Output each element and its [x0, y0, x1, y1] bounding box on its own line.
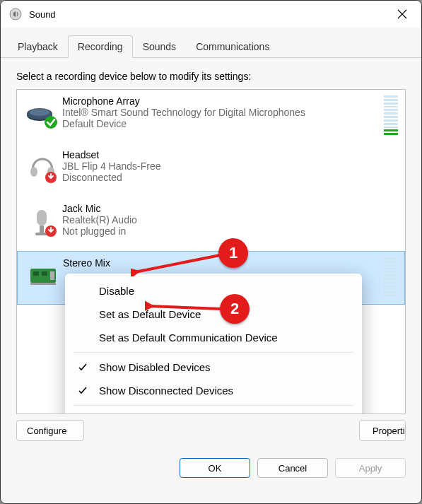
device-sub: JBL Flip 4 Hands-Free — [62, 160, 398, 172]
svg-point-5 — [30, 167, 37, 177]
svg-rect-16 — [30, 283, 56, 285]
annotation-arrow-2 — [145, 300, 224, 315]
device-item-microphone-array[interactable]: Microphone Array Intel® Smart Sound Tech… — [17, 90, 405, 143]
cm-properties[interactable]: Properties — [65, 409, 362, 414]
svg-rect-8 — [37, 210, 47, 225]
device-item-jack-mic[interactable]: Jack Mic Realtek(R) Audio Not plugged in — [17, 197, 405, 251]
soundcard-icon — [23, 257, 63, 293]
tab-sounds[interactable]: Sounds — [133, 35, 186, 58]
apply-button[interactable]: Apply — [335, 458, 406, 478]
cm-set-comm-default[interactable]: Set as Default Communication Device — [65, 326, 362, 349]
close-button[interactable] — [386, 3, 418, 25]
tab-strip: Playback Recording Sounds Communications — [1, 28, 421, 58]
device-sub: Intel® Smart Sound Technology for Digita… — [62, 107, 380, 118]
svg-line-17 — [135, 255, 220, 272]
svg-rect-13 — [33, 271, 39, 276]
window-title: Sound — [29, 9, 386, 20]
cancel-button[interactable]: Cancel — [257, 458, 328, 478]
ok-button[interactable]: OK — [180, 458, 250, 478]
cm-separator — [74, 352, 353, 353]
headset-icon — [23, 149, 62, 184]
device-status: Default Device — [62, 118, 380, 129]
sound-dialog: Sound Playback Recording Sounds Communic… — [0, 0, 422, 504]
device-item-headset[interactable]: Headset JBL Flip 4 Hands-Free Disconnect… — [17, 143, 405, 197]
device-sub: Realtek(R) Audio — [62, 214, 398, 225]
tab-recording[interactable]: Recording — [68, 35, 133, 58]
level-meter — [384, 95, 398, 135]
dialog-button-row: OK Cancel Apply — [1, 450, 421, 491]
tab-playback[interactable]: Playback — [8, 35, 68, 58]
configure-button[interactable]: Configure — [16, 420, 84, 441]
svg-line-18 — [149, 306, 221, 309]
svg-point-4 — [45, 116, 57, 129]
svg-rect-9 — [40, 225, 44, 233]
device-name: Jack Mic — [62, 203, 398, 214]
sound-app-icon — [9, 8, 22, 20]
wide-mic-icon — [23, 95, 62, 131]
svg-rect-14 — [42, 271, 47, 276]
check-icon — [78, 363, 88, 373]
inner-button-row: Configure Properties — [16, 420, 406, 441]
device-name: Microphone Array — [62, 95, 380, 107]
tab-communications[interactable]: Communications — [186, 35, 279, 58]
device-name: Headset — [62, 149, 398, 160]
prompt-label: Select a recording device below to modif… — [16, 71, 406, 82]
device-properties-button[interactable]: Properties — [359, 420, 406, 441]
level-meter — [383, 257, 397, 297]
cm-show-disabled[interactable]: Show Disabled Devices — [65, 356, 362, 379]
cm-show-disconnected[interactable]: Show Disconnected Devices — [65, 379, 362, 402]
jack-mic-icon — [23, 203, 62, 238]
cm-separator — [74, 405, 353, 406]
context-menu: Disable Set as Default Device Set as Def… — [65, 274, 362, 414]
titlebar: Sound — [1, 1, 421, 28]
device-status: Not plugged in — [62, 225, 398, 237]
device-status: Disconnected — [62, 172, 398, 183]
cm-label: Show Disabled Devices — [99, 361, 211, 373]
annotation-arrow-1 — [131, 251, 223, 276]
svg-point-3 — [30, 109, 49, 116]
cm-disable[interactable]: Disable — [65, 279, 362, 303]
annotation-bubble-2: 2 — [220, 294, 250, 324]
check-icon — [78, 386, 88, 396]
svg-rect-15 — [50, 271, 54, 280]
cm-label: Show Disconnected Devices — [99, 385, 233, 397]
annotation-bubble-1: 1 — [218, 238, 248, 268]
